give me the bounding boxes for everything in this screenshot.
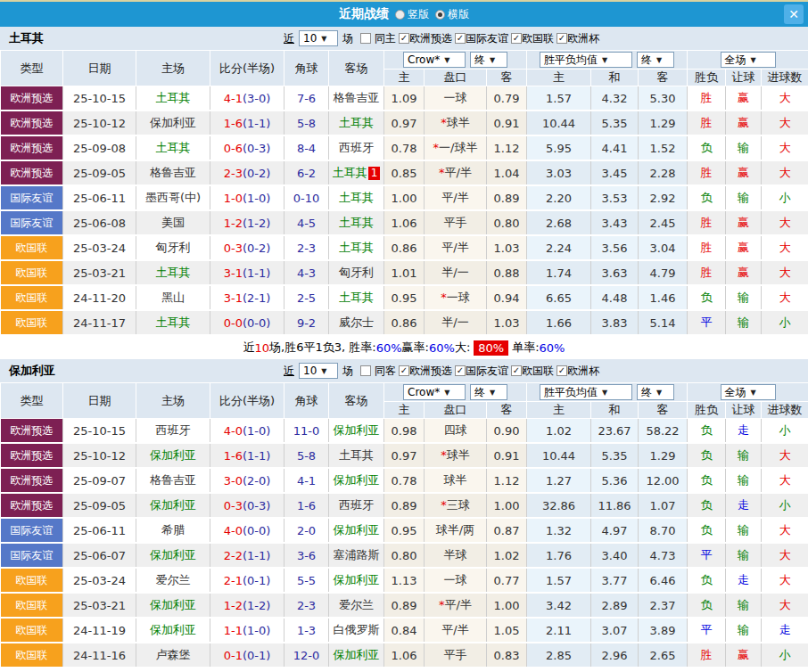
avg-away-odds: 2.65 [639,643,688,668]
half-time-score: (1-0) [243,192,270,205]
result-outcome: 负 [688,493,726,518]
half-time-score: (0-0) [243,524,270,537]
away-team: 土耳其 [329,111,384,135]
full-time-score: 0-6 [224,142,243,155]
avg-type-select-value: 胜平负均值 [544,385,598,400]
filter-checkbox-3[interactable]: ✓ [557,365,567,376]
match-row: 欧洲预选25-09-05格鲁吉亚2-3(0-2)6-2土耳其10.85*平/半1… [1,160,808,185]
avg-type-select[interactable]: 胜平负均值▼ [540,384,632,400]
avg-away-odds: 2.28 [639,160,688,185]
corner-count: 2-0 [284,518,329,543]
odds-source-select[interactable]: Crow*▼ [403,52,466,68]
away-team-name: 西班牙 [339,141,374,154]
home-team: 爱尔兰 [136,568,210,593]
filter-checkbox-1[interactable]: ✓ [455,365,466,376]
match-score: 4-0(1-0) [210,419,284,444]
recent-link[interactable]: 近 [284,31,294,46]
recent-count-select[interactable]: 10▼ [299,363,338,379]
avg-away-odds: 4.73 [639,543,688,568]
handicap: 半/一 [425,310,487,335]
away-odds: 0.91 [487,111,527,135]
radio-icon[interactable] [395,10,405,20]
filter-checkbox-2[interactable]: ✓ [511,365,522,376]
recent-count-select[interactable]: 10▼ [299,30,338,46]
close-icon[interactable]: ✕ [784,4,804,24]
match-date: 25-03-24 [63,235,136,260]
avg-final-select[interactable]: 终▼ [637,52,674,68]
match-row: 欧国联24-11-19保加利亚1-1(1-0)1-3白俄罗斯0.84平/半1.0… [1,618,808,643]
panel-title: 近期战绩 [339,6,389,22]
odds-subheader-0: 主 [384,70,425,86]
odds-final-select[interactable]: 终▼ [470,52,507,68]
filter-checkbox-1[interactable]: ✓ [455,33,466,44]
filter-checkbox-0[interactable]: ✓ [399,33,409,44]
avg-final-select[interactable]: 终▼ [637,384,674,400]
avg-type-select[interactable]: 胜平负均值▼ [540,52,632,68]
away-odds: 0.94 [487,285,527,310]
match-score: 2-3(0-2) [210,160,284,185]
odds-subheader-1: 盘口 [425,402,487,419]
handicap: 四球 [425,419,487,444]
column-header-type: 类型 [1,383,63,419]
avg-draw-odds: 2.89 [591,593,639,618]
handicap-text: 平/半 [441,241,468,254]
match-date: 25-03-21 [63,260,136,285]
match-type-cell: 国际友谊 [1,543,63,568]
away-team-name: 土耳其 [339,116,374,129]
result-goals: 走 [762,618,808,643]
away-team: 爱尔兰 [329,593,384,618]
half-time-score: (3-0) [243,92,270,105]
corner-count: 6-2 [284,160,329,185]
match-type-cell: 欧洲预选 [1,419,63,444]
filter-label-1: 国际友谊 [466,364,508,379]
chevron-down-icon: ▼ [444,389,449,397]
result-handicap: 输 [726,135,762,160]
same-venue-label: 同客 [375,364,396,379]
summary-part: 单率: [512,340,539,356]
away-team: 土耳其 [329,185,384,210]
match-score: 1-0(1-0) [210,185,284,210]
avg-home-odds: 1.74 [527,260,591,285]
avg-away-odds: 3.04 [639,235,688,260]
result-subheader-2: 进球数 [762,70,808,86]
chevron-down-icon: ▼ [444,56,449,64]
avg-home-odds: 3.42 [527,593,591,618]
match-date: 24-11-17 [63,310,136,335]
avg-home-odds: 6.65 [527,285,591,310]
result-outcome: 负 [688,443,726,468]
corner-count: 7-6 [284,86,329,111]
home-team: 保加利亚 [136,593,210,618]
odds-final-select[interactable]: 终▼ [470,384,507,400]
summary-part: 60% [429,341,455,355]
away-team-name: 格鲁吉亚 [334,91,380,104]
home-odds: 0.86 [384,310,425,335]
titlebar: 近期战绩 竖版 横版 ✕ [0,2,808,27]
result-outcome: 平 [688,543,726,568]
handicap-text: 平/半 [441,623,468,636]
home-odds: 1.00 [384,185,425,210]
same-venue-checkbox[interactable] [360,365,371,376]
recent-link[interactable]: 近 [284,364,294,379]
half-time-score: (0-2) [243,167,270,180]
away-team: 保加利亚 [329,643,384,668]
radio-horizontal-layout[interactable]: 横版 [435,7,469,22]
radio-checked-icon[interactable] [435,10,445,20]
result-goals: 小 [762,185,808,210]
avg-away-odds: 2.92 [639,185,688,210]
scope-select[interactable]: 全场▼ [721,384,776,400]
home-team: 希腊 [136,518,210,543]
filter-checkbox-2[interactable]: ✓ [511,33,522,44]
chevron-down-icon: ▼ [656,389,662,397]
type-badge: 欧洲预选 [1,111,63,135]
scope-select[interactable]: 全场▼ [721,52,776,68]
filter-checkbox-3[interactable]: ✓ [557,33,567,44]
section-team-title: 保加利亚 [0,363,55,379]
full-time-score: 0-0 [224,316,243,330]
result-handicap: 输 [726,543,762,568]
type-badge: 欧国联 [1,643,63,667]
filter-checkbox-0[interactable]: ✓ [399,365,409,376]
avg-home-odds: 3.03 [527,160,591,185]
radio-vertical-layout[interactable]: 竖版 [395,7,429,22]
odds-source-select[interactable]: Crow*▼ [403,384,466,400]
same-venue-checkbox[interactable] [360,33,371,44]
